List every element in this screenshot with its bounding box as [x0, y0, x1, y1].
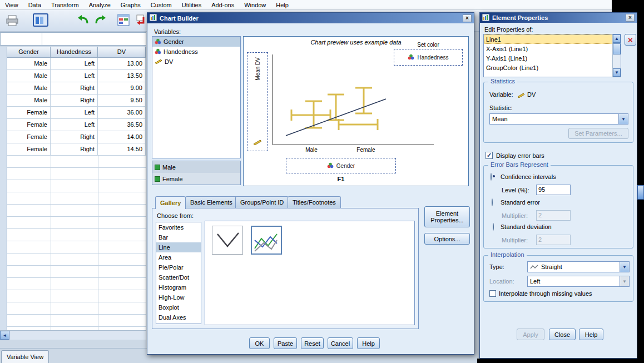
- edit-item-groupcolor[interactable]: GroupColor (Line1): [484, 63, 621, 72]
- empty-grid-rows[interactable]: [7, 156, 146, 330]
- grid-cell[interactable]: 9.50: [98, 95, 146, 107]
- display-error-bars-checkbox[interactable]: ✓: [486, 152, 493, 159]
- location-dropdown[interactable]: Left ▼: [527, 276, 630, 287]
- grid-cell[interactable]: Left: [51, 70, 98, 82]
- paste-button[interactable]: Paste: [274, 337, 297, 349]
- grid-cell[interactable]: Female: [7, 131, 51, 143]
- gallery-item-pie-polar[interactable]: Pie/Polar: [156, 262, 201, 272]
- variable-gender[interactable]: Gender: [152, 37, 240, 47]
- confidence-intervals-radio[interactable]: [491, 173, 492, 181]
- tab-basic-elements[interactable]: Basic Elements: [185, 196, 237, 208]
- set-color-drop-zone[interactable]: Handedness: [394, 49, 463, 66]
- variable-dv[interactable]: DV: [152, 57, 240, 67]
- menu-window[interactable]: Window: [239, 1, 271, 9]
- gallery-item-area[interactable]: Area: [156, 252, 201, 262]
- menu-transform[interactable]: Transform: [46, 1, 84, 9]
- grid-cell[interactable]: Male: [7, 95, 51, 107]
- element-properties-titlebar[interactable]: Element Properties ×: [480, 13, 637, 23]
- grid-cell[interactable]: Right: [51, 131, 98, 143]
- variable-handedness[interactable]: Handedness: [152, 47, 240, 57]
- menu-analyze[interactable]: Analyze: [84, 1, 116, 9]
- grid-cell[interactable]: 14.50: [98, 143, 146, 156]
- menu-custom[interactable]: Custom: [146, 1, 177, 9]
- grid-cell[interactable]: Left: [51, 107, 98, 119]
- tab-variable-view[interactable]: Variable View: [1, 350, 49, 363]
- close-icon[interactable]: ×: [463, 14, 472, 22]
- grid-cell[interactable]: Right: [51, 143, 98, 156]
- tab-gallery[interactable]: Gallery: [155, 196, 186, 209]
- thumbnail-simple-line[interactable]: [212, 226, 243, 255]
- cell-reference-box[interactable]: [0, 32, 42, 46]
- statistic-dropdown[interactable]: Mean ▼: [489, 113, 628, 125]
- standard-deviation-radio[interactable]: [493, 223, 494, 231]
- grid-cell[interactable]: 36.00: [98, 107, 146, 119]
- grid-cell[interactable]: Left: [51, 58, 98, 70]
- multiplier-input[interactable]: 2: [536, 235, 571, 245]
- edge-scrollbar-thumb[interactable]: [637, 185, 644, 200]
- cell-edit-field[interactable]: [42, 32, 146, 46]
- scroll-up-button[interactable]: ▲: [613, 34, 621, 43]
- menu-utilities[interactable]: Utilities: [177, 1, 206, 9]
- close-button[interactable]: Close: [549, 329, 576, 340]
- interpolate-missing-checkbox[interactable]: [489, 290, 496, 297]
- help-button[interactable]: Help: [357, 337, 380, 349]
- column-header-gender[interactable]: Gender: [7, 47, 51, 58]
- grid-cell[interactable]: 13.50: [98, 70, 146, 82]
- recall-dialog-button[interactable]: [32, 12, 50, 29]
- legend-item-male[interactable]: Male: [152, 161, 240, 173]
- reset-button[interactable]: Reset: [301, 337, 324, 349]
- grid-cell[interactable]: Male: [7, 70, 51, 82]
- gallery-item-boxplot[interactable]: Boxplot: [156, 302, 201, 312]
- scroll-left-button[interactable]: ◄: [0, 331, 9, 340]
- edit-item-line1[interactable]: Line1: [484, 34, 613, 44]
- grid-cell[interactable]: Right: [51, 82, 98, 95]
- grid-cell[interactable]: Left: [51, 119, 98, 131]
- column-header-dv[interactable]: DV: [98, 47, 146, 58]
- tab-titles-footnotes[interactable]: Titles/Footnotes: [288, 196, 341, 208]
- list-scrollbar[interactable]: ▲ ▼: [612, 34, 621, 77]
- close-icon[interactable]: ×: [626, 14, 635, 22]
- level-input[interactable]: 95: [536, 185, 571, 195]
- grid-cell[interactable]: Female: [7, 119, 51, 131]
- y-axis-drop-zone[interactable]: Mean DV: [247, 52, 268, 151]
- tab-groups-point-id[interactable]: Groups/Point ID: [235, 196, 289, 208]
- options-button[interactable]: Options...: [424, 233, 470, 245]
- gallery-item-bar[interactable]: Bar: [156, 232, 201, 242]
- grid-cell[interactable]: Male: [7, 82, 51, 95]
- chart-preview-canvas[interactable]: Chart preview uses example data Set colo…: [243, 36, 469, 186]
- scrollbar-thumb[interactable]: [613, 43, 621, 54]
- grid-cell[interactable]: 14.00: [98, 131, 146, 143]
- grid-cell[interactable]: 13.00: [98, 58, 146, 70]
- element-properties-button[interactable]: Element Properties...: [424, 206, 470, 227]
- ok-button[interactable]: OK: [249, 337, 270, 349]
- x-axis-drop-zone[interactable]: Gender: [286, 158, 396, 173]
- print-button[interactable]: [3, 12, 21, 29]
- set-parameters-button[interactable]: Set Parameters...: [568, 128, 628, 139]
- grid-cell[interactable]: Female: [7, 143, 51, 156]
- gallery-item-histogram[interactable]: Histogram: [156, 282, 201, 292]
- remove-element-button[interactable]: ×: [625, 34, 636, 46]
- gallery-item-high-low[interactable]: High-Low: [156, 292, 201, 302]
- apply-button[interactable]: Apply: [517, 329, 544, 340]
- redo-button[interactable]: [91, 12, 109, 29]
- grid-cell[interactable]: 9.00: [98, 82, 146, 95]
- menu-data[interactable]: Data: [23, 1, 46, 9]
- edit-item-x-axis1[interactable]: X-Axis1 (Line1): [484, 44, 621, 53]
- legend-item-female[interactable]: Female: [152, 173, 240, 185]
- grid-cell[interactable]: 36.50: [98, 119, 146, 131]
- help-button[interactable]: Help: [579, 329, 603, 340]
- thumbnail-multiple-line[interactable]: [251, 226, 282, 255]
- standard-error-radio[interactable]: [492, 198, 493, 206]
- multiplier-input[interactable]: 2: [536, 210, 571, 221]
- undo-button[interactable]: [75, 12, 92, 29]
- grid-cell[interactable]: Male: [7, 58, 51, 70]
- gallery-item-line[interactable]: Line: [156, 242, 201, 252]
- menu-view[interactable]: View: [0, 1, 23, 9]
- gallery-item-dual-axes[interactable]: Dual Axes: [156, 312, 201, 322]
- chart-builder-titlebar[interactable]: Chart Builder ×: [147, 13, 474, 23]
- scroll-down-button[interactable]: ▼: [613, 68, 621, 77]
- grid-cell[interactable]: Female: [7, 107, 51, 119]
- menu-graphs[interactable]: Graphs: [116, 1, 146, 9]
- interpolation-type-dropdown[interactable]: Straight ▼: [527, 261, 630, 272]
- grid-cell[interactable]: Right: [51, 95, 98, 107]
